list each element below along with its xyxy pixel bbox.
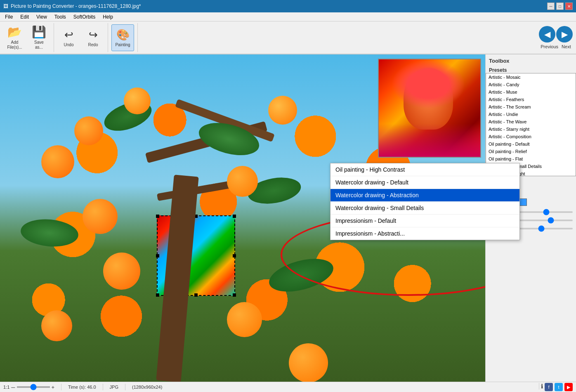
preview-content [379,59,480,157]
dropdown-item-3[interactable]: Artistic - Feathers [486,96,576,103]
leaves-4 [19,217,79,249]
dropdown-item-10[interactable]: Oil painting - Relief [486,148,576,155]
redo-button[interactable]: ↪ Redo [82,24,104,51]
dropdown-item-6[interactable]: Artistic - The Wave [486,118,576,125]
orange-5 [227,166,258,197]
dropdown-item-9[interactable]: Oil painting - Default [486,140,576,148]
undo-label: Undo [64,43,74,47]
add-file-icon: 📂 [7,25,22,39]
large-dropdown-item-1[interactable]: Watercolor drawing - Default [330,176,519,189]
large-dropdown-popup[interactable]: Oil painting - High Contrast Watercolor … [330,163,520,240]
add-file-label: AddFile(s)... [7,40,22,50]
handle-mr[interactable] [233,254,236,257]
social-icons: ℹ f t ▶ [539,383,573,391]
detail-slider[interactable] [519,211,573,213]
status-divider-4 [539,383,539,390]
handle-tl[interactable] [156,215,159,218]
menu-help[interactable]: Help [99,13,116,21]
save-as-label: Saveas... [34,40,44,50]
dropdown-item-2[interactable]: Artistic - Muse [486,88,576,96]
handle-bl[interactable] [156,293,159,297]
leaves-5 [266,253,337,298]
large-dropdown-item-4[interactable]: Impressionism - Default [330,215,519,227]
menu-tools[interactable]: Tools [51,13,69,21]
dropdown-item-4[interactable]: Artistic - The Scream [486,103,576,111]
zoom-section: 1:1 ─ + [3,384,54,390]
orange-10 [268,96,297,125]
menu-view[interactable]: View [33,13,50,21]
large-dropdown-item-0[interactable]: Oil painting - High Contrast [330,163,519,176]
minimize-button[interactable]: ─ [547,2,555,10]
handle-br[interactable] [233,293,236,297]
trunk [156,175,198,382]
saturation-slider[interactable] [519,220,573,221]
app-icon: 🖼 [3,3,8,9]
menu-edit[interactable]: Edit [17,13,32,21]
painting-button[interactable]: 🎨 Painting [111,24,134,51]
zoom-plus-icon[interactable]: + [52,384,55,390]
orange-8 [41,310,72,341]
toolbar-edit-group: ↩ Undo ↪ Redo [57,23,108,52]
toolbar-painting-group: 🎨 Painting [111,23,138,52]
youtube-icon[interactable]: ▶ [564,383,573,391]
status-bar: 1:1 ─ + Time (s): 46.0 JPG (1280x960x24)… [0,382,576,392]
dropdown-item-0[interactable]: Artistic - Mosaic [486,73,576,81]
previous-button[interactable]: ◀ [539,26,555,43]
next-label: Next [562,44,571,49]
dimensions-display: (1280x960x24) [132,385,162,390]
handle-ml[interactable] [156,254,159,257]
status-divider-3 [125,384,125,390]
orange-1 [74,116,103,145]
toolbar-file-group: 📂 AddFile(s)... 💾 Saveas... [3,23,54,52]
orange-2 [41,145,74,178]
save-as-icon: 💾 [32,25,46,39]
presets-dropdown-list[interactable]: Artistic - Mosaic Artistic - Candy Artis… [486,73,576,176]
zoom-label: 1:1 [3,385,9,390]
navigation-group: ◀ ▶ Previous Next [539,26,573,49]
dropdown-item-7[interactable]: Artistic - Starry night [486,125,576,133]
time-display: Time (s): 46.0 [68,385,96,390]
maximize-button[interactable]: □ [556,2,564,10]
title-bar: 🖼 Picture to Painting Converter - orange… [0,0,576,12]
presets-label: Presets [489,67,573,73]
orange-7 [227,302,262,337]
painting-icon: 🎨 [116,28,130,41]
toolbar: 📂 AddFile(s)... 💾 Saveas... ↩ Undo ↪ Red… [0,21,576,54]
status-divider-1 [61,384,61,390]
large-dropdown-item-3[interactable]: Watercolor drawing - Small Details [330,202,519,215]
smoothing-slider[interactable] [519,228,573,229]
twitter-icon[interactable]: t [555,383,563,391]
painting-label: Painting [115,43,130,47]
handle-tr[interactable] [233,215,236,218]
dropdown-item-11[interactable]: Oil painting - Flat [486,155,576,163]
toolbox-title: Toolbox [489,58,573,64]
large-dropdown-item-2[interactable]: Watercolor drawing - Abstraction [330,189,519,202]
menu-softorbits[interactable]: SoftOrbits [70,13,99,21]
undo-icon: ↩ [64,28,73,41]
dropdown-item-5[interactable]: Artistic - Undie [486,111,576,118]
previous-label: Previous [541,44,558,49]
abstraction-color[interactable] [519,198,527,206]
window-controls[interactable]: ─ □ ✕ [547,2,573,10]
menu-file[interactable]: File [2,13,16,21]
dropdown-item-1[interactable]: Artistic - Candy [486,81,576,88]
redo-label: Redo [88,43,98,47]
info-icon[interactable]: ℹ [541,383,543,391]
facebook-icon[interactable]: f [545,383,553,391]
redo-icon: ↪ [89,28,98,41]
next-button[interactable]: ▶ [556,26,573,43]
save-as-button[interactable]: 💾 Saveas... [28,24,50,51]
status-divider-2 [103,384,103,390]
orange-4 [83,199,118,234]
title-text: Picture to Painting Converter - oranges-… [11,3,141,9]
zoom-slider[interactable] [17,386,50,388]
zoom-minus-icon[interactable]: ─ [11,384,15,390]
orange-3 [124,87,151,114]
dropdown-item-8[interactable]: Artistic - Composition [486,133,576,140]
close-button[interactable]: ✕ [565,2,573,10]
large-dropdown-item-5[interactable]: Impressionism - Abstracti... [330,227,519,240]
orange-6 [103,253,140,290]
add-file-button[interactable]: 📂 AddFile(s)... [3,24,26,51]
handle-bm[interactable] [194,293,198,297]
undo-button[interactable]: ↩ Undo [57,24,80,51]
